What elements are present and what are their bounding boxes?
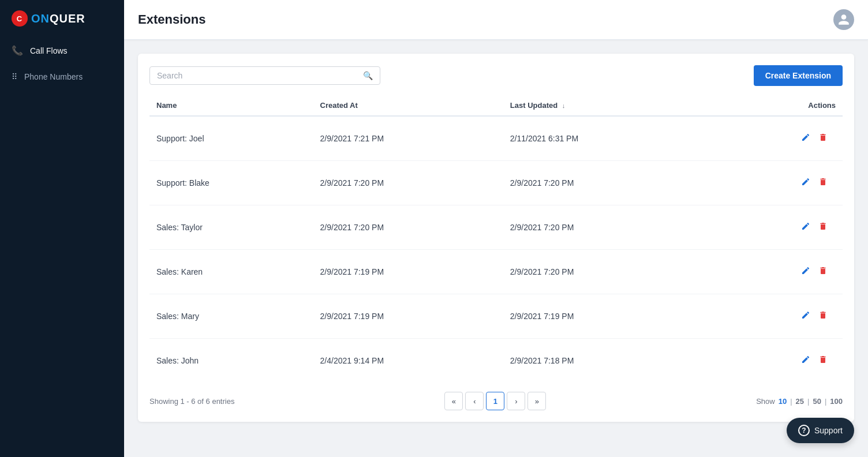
cell-actions (704, 294, 843, 339)
edit-button[interactable] (800, 220, 811, 234)
sidebar-item-phone-numbers-label: Phone Numbers (24, 72, 83, 81)
col-actions: Actions (704, 95, 843, 116)
pagination-controls: « ‹ 1 › » (444, 392, 546, 410)
cell-created-at: 2/9/2021 7:19 PM (313, 294, 503, 339)
table-row: Sales: John 2/4/2021 9:14 PM 2/9/2021 7:… (149, 339, 843, 383)
pagination-bar: Showing 1 - 6 of 6 entries « ‹ 1 › » Sho… (149, 392, 843, 410)
show-25[interactable]: 25 (796, 397, 804, 406)
toolbar: 🔍 Create Extension (149, 65, 843, 86)
cell-created-at: 2/9/2021 7:19 PM (313, 250, 503, 294)
logo-icon: C (12, 10, 28, 27)
sidebar-item-call-flows-label: Call Flows (30, 46, 68, 55)
cell-last-updated: 2/9/2021 7:20 PM (503, 250, 704, 294)
cell-actions (704, 161, 843, 205)
delete-button[interactable] (817, 309, 829, 323)
table-row: Sales: Mary 2/9/2021 7:19 PM 2/9/2021 7:… (149, 294, 843, 339)
cell-created-at: 2/9/2021 7:21 PM (313, 116, 503, 161)
cell-last-updated: 2/9/2021 7:19 PM (503, 294, 704, 339)
delete-button[interactable] (817, 220, 829, 234)
cell-name: Sales: Karen (149, 250, 313, 294)
delete-button[interactable] (817, 132, 829, 145)
delete-button[interactable] (817, 354, 829, 368)
cell-last-updated: 2/9/2021 7:20 PM (503, 161, 704, 205)
cell-created-at: 2/9/2021 7:20 PM (313, 205, 503, 250)
sidebar: C ONQUER 📞 Call Flows ⠿ Phone Numbers (0, 0, 124, 457)
create-extension-button[interactable]: Create Extension (754, 65, 843, 86)
delete-button[interactable] (817, 265, 829, 279)
cell-actions (704, 250, 843, 294)
cell-name: Sales: Mary (149, 294, 313, 339)
edit-button[interactable] (800, 176, 811, 190)
support-label: Support (814, 426, 843, 435)
table-row: Sales: Karen 2/9/2021 7:19 PM 2/9/2021 7… (149, 250, 843, 294)
page-1-btn[interactable]: 1 (486, 392, 504, 410)
support-icon: ? (798, 425, 810, 436)
delete-button[interactable] (817, 176, 829, 190)
sidebar-item-phone-numbers[interactable]: ⠿ Phone Numbers (0, 64, 124, 89)
page-last-btn[interactable]: » (527, 392, 546, 410)
cell-name: Support: Joel (149, 116, 313, 161)
table-row: Support: Joel 2/9/2021 7:21 PM 2/11/2021… (149, 116, 843, 161)
show-10[interactable]: 10 (779, 397, 787, 406)
show-label: Show (756, 397, 775, 406)
showing-text: Showing 1 - 6 of 6 entries (149, 397, 234, 406)
search-box: 🔍 (149, 66, 380, 85)
cell-actions (704, 205, 843, 250)
cell-name: Support: Blake (149, 161, 313, 205)
page-first-btn[interactable]: « (444, 392, 463, 410)
edit-button[interactable] (800, 132, 811, 145)
support-button[interactable]: ? Support (787, 418, 854, 443)
table-row: Support: Blake 2/9/2021 7:20 PM 2/9/2021… (149, 161, 843, 205)
col-name: Name (149, 95, 313, 116)
table-body: Support: Joel 2/9/2021 7:21 PM 2/11/2021… (149, 116, 843, 383)
cell-name: Sales: John (149, 339, 313, 383)
cell-created-at: 2/4/2021 9:14 PM (313, 339, 503, 383)
search-icon[interactable]: 🔍 (363, 71, 373, 80)
logo-text: ONQUER (31, 12, 85, 25)
logo: C ONQUER (0, 0, 124, 37)
table-header-row: Name Created At Last Updated ↓ Actions (149, 95, 843, 116)
page-prev-btn[interactable]: ‹ (465, 392, 484, 410)
top-bar: Extensions (124, 0, 868, 40)
phone-icon: 📞 (12, 45, 23, 56)
sort-icon: ↓ (562, 102, 566, 109)
show-controls: Show 10 | 25 | 50 | 100 (756, 397, 843, 406)
main-content: Extensions 🔍 Create Extension Name Creat… (124, 0, 868, 457)
edit-button[interactable] (800, 265, 811, 279)
search-input[interactable] (157, 71, 358, 80)
show-50[interactable]: 50 (813, 397, 821, 406)
grid-icon: ⠿ (12, 72, 17, 81)
sidebar-item-call-flows[interactable]: 📞 Call Flows (0, 37, 124, 64)
content-area: 🔍 Create Extension Name Created At Last … (124, 40, 868, 457)
edit-button[interactable] (800, 354, 811, 368)
cell-last-updated: 2/11/2021 6:31 PM (503, 116, 704, 161)
cell-last-updated: 2/9/2021 7:20 PM (503, 205, 704, 250)
table-row: Sales: Taylor 2/9/2021 7:20 PM 2/9/2021 … (149, 205, 843, 250)
cell-name: Sales: Taylor (149, 205, 313, 250)
col-last-updated[interactable]: Last Updated ↓ (503, 95, 704, 116)
page-next-btn[interactable]: › (507, 392, 525, 410)
col-created-at: Created At (313, 95, 503, 116)
cell-actions (704, 116, 843, 161)
extensions-card: 🔍 Create Extension Name Created At Last … (138, 54, 854, 422)
edit-button[interactable] (800, 309, 811, 323)
cell-created-at: 2/9/2021 7:20 PM (313, 161, 503, 205)
extensions-table: Name Created At Last Updated ↓ Actions S… (149, 95, 843, 383)
show-100[interactable]: 100 (830, 397, 843, 406)
cell-actions (704, 339, 843, 383)
cell-last-updated: 2/9/2021 7:18 PM (503, 339, 704, 383)
user-avatar[interactable] (833, 9, 854, 30)
page-title: Extensions (138, 12, 205, 27)
